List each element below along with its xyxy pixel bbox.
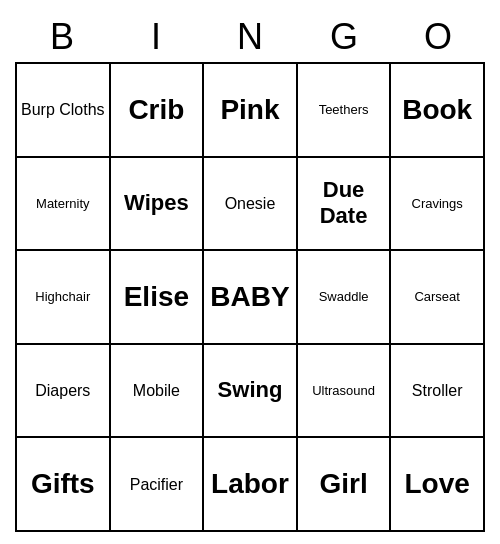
cell-text-1-1: Wipes: [124, 190, 189, 216]
bingo-cell-0-2: Pink: [204, 64, 298, 158]
header-letter-O: O: [391, 12, 485, 62]
header-letter-I: I: [109, 12, 203, 62]
bingo-row-2: HighchairEliseBABYSwaddleCarseat: [17, 251, 485, 345]
bingo-grid: Burp ClothsCribPinkTeethersBookMaternity…: [15, 62, 485, 532]
bingo-cell-3-0: Diapers: [17, 345, 111, 439]
bingo-cell-0-4: Book: [391, 64, 485, 158]
cell-text-1-0: Maternity: [36, 196, 89, 212]
bingo-cell-4-0: Gifts: [17, 438, 111, 532]
bingo-cell-0-0: Burp Cloths: [17, 64, 111, 158]
cell-text-0-2: Pink: [220, 93, 279, 127]
cell-text-2-1: Elise: [124, 280, 189, 314]
cell-text-4-4: Love: [404, 467, 469, 501]
bingo-cell-4-4: Love: [391, 438, 485, 532]
bingo-cell-4-2: Labor: [204, 438, 298, 532]
bingo-cell-2-2: BABY: [204, 251, 298, 345]
bingo-cell-2-1: Elise: [111, 251, 205, 345]
cell-text-3-4: Stroller: [412, 381, 463, 400]
bingo-cell-4-3: Girl: [298, 438, 392, 532]
cell-text-2-4: Carseat: [414, 289, 460, 305]
cell-text-4-2: Labor: [211, 467, 289, 501]
bingo-cell-3-3: Ultrasound: [298, 345, 392, 439]
cell-text-3-3: Ultrasound: [312, 383, 375, 399]
bingo-row-0: Burp ClothsCribPinkTeethersBook: [17, 64, 485, 158]
cell-text-0-3: Teethers: [319, 102, 369, 118]
bingo-cell-2-3: Swaddle: [298, 251, 392, 345]
cell-text-3-2: Swing: [218, 377, 283, 403]
bingo-cell-1-4: Cravings: [391, 158, 485, 252]
cell-text-4-1: Pacifier: [130, 475, 183, 494]
cell-text-4-3: Girl: [319, 467, 367, 501]
header-letter-N: N: [203, 12, 297, 62]
header-letter-B: B: [15, 12, 109, 62]
cell-text-0-1: Crib: [128, 93, 184, 127]
bingo-cell-1-2: Onesie: [204, 158, 298, 252]
cell-text-3-1: Mobile: [133, 381, 180, 400]
cell-text-1-4: Cravings: [412, 196, 463, 212]
bingo-cell-0-1: Crib: [111, 64, 205, 158]
bingo-header: BINGO: [15, 12, 485, 62]
bingo-cell-1-3: Due Date: [298, 158, 392, 252]
bingo-row-1: MaternityWipesOnesieDue DateCravings: [17, 158, 485, 252]
bingo-row-3: DiapersMobileSwingUltrasoundStroller: [17, 345, 485, 439]
bingo-cell-4-1: Pacifier: [111, 438, 205, 532]
bingo-card: BINGO Burp ClothsCribPinkTeethersBookMat…: [15, 12, 485, 532]
cell-text-1-3: Due Date: [302, 177, 386, 230]
cell-text-4-0: Gifts: [31, 467, 95, 501]
bingo-cell-3-1: Mobile: [111, 345, 205, 439]
cell-text-1-2: Onesie: [225, 194, 276, 213]
bingo-cell-1-1: Wipes: [111, 158, 205, 252]
bingo-row-4: GiftsPacifierLaborGirlLove: [17, 438, 485, 532]
cell-text-0-4: Book: [402, 93, 472, 127]
bingo-cell-0-3: Teethers: [298, 64, 392, 158]
cell-text-3-0: Diapers: [35, 381, 90, 400]
header-letter-G: G: [297, 12, 391, 62]
bingo-cell-2-0: Highchair: [17, 251, 111, 345]
cell-text-0-0: Burp Cloths: [21, 100, 105, 119]
bingo-cell-3-2: Swing: [204, 345, 298, 439]
bingo-cell-2-4: Carseat: [391, 251, 485, 345]
cell-text-2-0: Highchair: [35, 289, 90, 305]
bingo-cell-1-0: Maternity: [17, 158, 111, 252]
bingo-cell-3-4: Stroller: [391, 345, 485, 439]
cell-text-2-2: BABY: [210, 280, 289, 314]
cell-text-2-3: Swaddle: [319, 289, 369, 305]
